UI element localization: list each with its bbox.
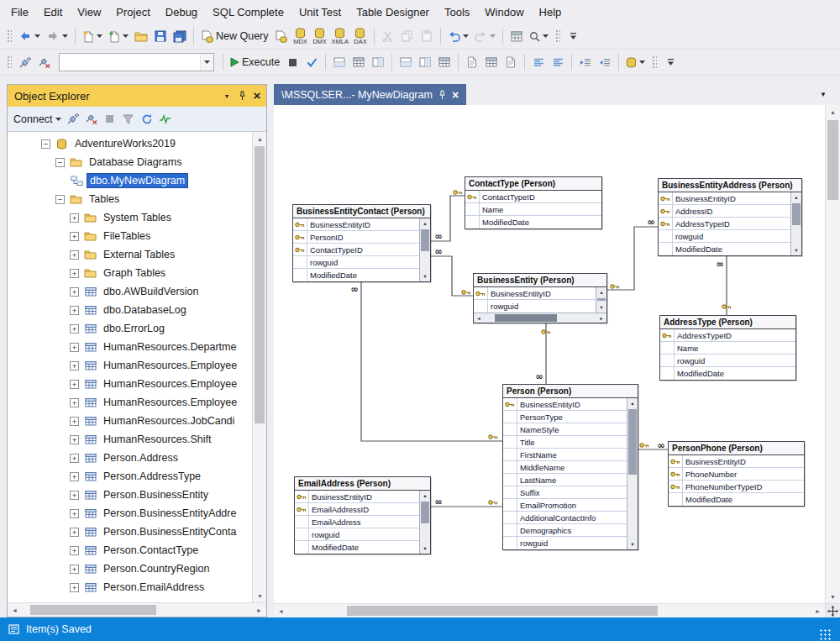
stop[interactable] bbox=[101, 108, 119, 129]
pan-button[interactable] bbox=[825, 603, 840, 617]
dmx-query[interactable]: DMX bbox=[311, 26, 329, 47]
scroll-up-icon[interactable] bbox=[627, 398, 638, 408]
specify-template-parameters[interactable] bbox=[623, 52, 648, 73]
navigate-forward-dropdown-icon[interactable] bbox=[62, 34, 68, 38]
entity-title[interactable]: BusinessEntityContact (Person) bbox=[293, 205, 430, 218]
scroll-track[interactable] bbox=[826, 118, 840, 590]
dax-query[interactable]: DAX bbox=[351, 26, 370, 47]
column-firstname[interactable]: FirstName bbox=[503, 449, 627, 461]
column-businessentityid[interactable]: BusinessEntityID bbox=[293, 218, 419, 231]
expander-icon[interactable]: + bbox=[70, 435, 79, 444]
copy[interactable] bbox=[398, 26, 417, 47]
expander-icon[interactable]: + bbox=[70, 213, 79, 223]
scroll-up-icon[interactable] bbox=[420, 491, 430, 501]
cut[interactable] bbox=[379, 26, 397, 47]
specify-template-parameters-dropdown-icon[interactable] bbox=[639, 60, 645, 64]
tree-item-person-emailaddress[interactable]: +Person.EmailAddress bbox=[8, 578, 252, 596]
scroll-right-icon[interactable] bbox=[596, 313, 606, 323]
column-suffix[interactable]: Suffix bbox=[503, 486, 627, 499]
column-rowguid[interactable]: rowguid bbox=[293, 256, 419, 269]
scroll-down-icon[interactable] bbox=[627, 539, 638, 549]
tree-item-tables[interactable]: −Tables bbox=[8, 190, 252, 208]
scroll-down-icon[interactable] bbox=[826, 590, 840, 603]
tree-item-database-diagrams[interactable]: −Database Diagrams bbox=[8, 153, 252, 171]
scroll-track[interactable] bbox=[596, 297, 606, 302]
entity-businessentitycontact-person[interactable]: BusinessEntityContact (Person)BusinessEn… bbox=[292, 204, 431, 282]
expander-icon[interactable]: + bbox=[70, 491, 79, 500]
expander-icon[interactable]: + bbox=[70, 380, 79, 389]
scroll-thumb[interactable] bbox=[347, 606, 658, 616]
scroll-down-icon[interactable] bbox=[420, 271, 430, 281]
add-new-item-dropdown-icon[interactable] bbox=[123, 34, 129, 38]
object-explorer-vscroll[interactable] bbox=[252, 132, 266, 602]
include-actual-plan[interactable] bbox=[396, 52, 415, 73]
column-businessentityid[interactable]: BusinessEntityID bbox=[503, 398, 627, 411]
column-lastname[interactable]: LastName bbox=[503, 474, 627, 486]
tree-item-person-countryregion[interactable]: +Person.CountryRegion bbox=[8, 560, 252, 578]
tree-item-humanresources-employee[interactable]: +HumanResources.Employee bbox=[8, 375, 252, 393]
menu-debug[interactable]: Debug bbox=[158, 3, 205, 22]
diagram-vscroll[interactable] bbox=[825, 105, 840, 603]
column-modifieddate[interactable]: ModifiedDate bbox=[669, 493, 804, 506]
entity-contacttype-person[interactable]: ContactType (Person)ContactTypeIDNameMod… bbox=[465, 176, 602, 229]
query-options[interactable] bbox=[349, 52, 368, 73]
new-project-dropdown-icon[interactable] bbox=[97, 34, 102, 38]
scroll-thumb[interactable] bbox=[792, 203, 801, 225]
column-modifieddate[interactable]: ModifiedDate bbox=[293, 269, 419, 281]
entity-personphone-person[interactable]: PersonPhone (Person)BusinessEntityIDPhon… bbox=[668, 441, 805, 507]
tree-item-humanresources-employee[interactable]: +HumanResources.Employee bbox=[8, 356, 252, 375]
cancel-query[interactable] bbox=[283, 52, 302, 73]
database-engine-query[interactable] bbox=[272, 26, 291, 47]
navigate-backward-dropdown-icon[interactable] bbox=[34, 34, 40, 38]
add-new-item[interactable] bbox=[106, 26, 131, 47]
column-rowguid[interactable]: rowguid bbox=[660, 355, 795, 367]
entity-vscroll[interactable] bbox=[419, 218, 430, 281]
entity-businessentity-person[interactable]: BusinessEntity (Person)BusinessEntityIDr… bbox=[473, 273, 607, 323]
diagram-hscroll[interactable] bbox=[274, 603, 825, 617]
entity-title[interactable]: ContactType (Person) bbox=[465, 177, 601, 191]
scroll-right-icon[interactable] bbox=[252, 603, 266, 617]
column-modifieddate[interactable]: ModifiedDate bbox=[660, 367, 795, 380]
results-to-file[interactable] bbox=[501, 52, 520, 73]
available-databases[interactable] bbox=[59, 53, 214, 71]
refresh[interactable] bbox=[138, 108, 156, 129]
tree-item-filetables[interactable]: +FileTables bbox=[8, 227, 252, 245]
expander-icon[interactable]: + bbox=[70, 306, 79, 315]
scroll-thumb[interactable] bbox=[827, 120, 838, 200]
diagram-canvas[interactable]: ∞∞∞∞∞∞∞∞ BusinessEntityContact (Person)B… bbox=[274, 105, 825, 603]
activity-monitor[interactable] bbox=[156, 108, 175, 129]
entity-title[interactable]: PersonPhone (Person) bbox=[669, 442, 804, 455]
scroll-thumb[interactable] bbox=[597, 298, 606, 301]
entity-businessentityaddress-person[interactable]: BusinessEntityAddress (Person)BusinessEn… bbox=[658, 178, 802, 256]
scroll-track[interactable] bbox=[484, 313, 596, 323]
menu-unit-test[interactable]: Unit Test bbox=[291, 3, 349, 22]
tree-item-adventureworks2019[interactable]: −AdventureWorks2019 bbox=[8, 134, 252, 153]
scroll-track[interactable] bbox=[420, 229, 430, 271]
scroll-down-icon[interactable] bbox=[596, 302, 606, 313]
toolbar-grip[interactable] bbox=[652, 55, 657, 70]
scroll-up-icon[interactable] bbox=[826, 105, 840, 118]
navigate-forward[interactable] bbox=[44, 26, 71, 47]
scroll-thumb[interactable] bbox=[421, 502, 429, 523]
expander-icon[interactable]: + bbox=[70, 417, 79, 426]
expander-icon[interactable]: + bbox=[70, 269, 79, 278]
column-businessentityid[interactable]: BusinessEntityID bbox=[669, 455, 804, 468]
scroll-down-icon[interactable] bbox=[420, 544, 430, 554]
entity-addresstype-person[interactable]: AddressType (Person)AddressTypeIDNamerow… bbox=[659, 315, 796, 381]
expander-icon[interactable]: + bbox=[70, 250, 79, 260]
column-personid[interactable]: PersonID bbox=[293, 231, 419, 244]
scroll-up-icon[interactable] bbox=[253, 132, 266, 145]
scroll-thumb[interactable] bbox=[495, 314, 557, 322]
tree-item-system-tables[interactable]: +System Tables bbox=[8, 208, 252, 227]
column-contacttypeid[interactable]: ContactTypeID bbox=[293, 244, 419, 256]
scroll-track[interactable] bbox=[288, 604, 811, 617]
column-demographics[interactable]: Demographics bbox=[503, 524, 627, 537]
tree-item-dbo-mynewdiagram[interactable]: dbo.MyNewDiagram bbox=[8, 171, 252, 190]
column-middlename[interactable]: MiddleName bbox=[503, 461, 627, 474]
client-statistics[interactable] bbox=[435, 52, 454, 73]
toolbar-overflow[interactable] bbox=[661, 52, 680, 73]
document-list-dropdown-icon[interactable] bbox=[816, 88, 830, 102]
disconnect[interactable] bbox=[82, 108, 101, 129]
expander-icon[interactable]: + bbox=[70, 472, 79, 481]
scroll-right-icon[interactable] bbox=[811, 604, 825, 617]
